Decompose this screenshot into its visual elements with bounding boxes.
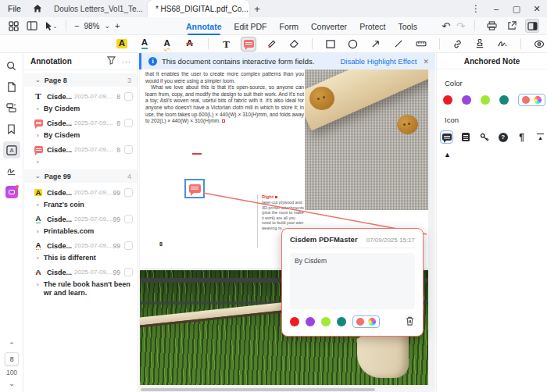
annotation-visibility-checkbox[interactable] bbox=[124, 215, 133, 223]
maximize-button[interactable]: ▢ bbox=[506, 0, 527, 17]
home-icon[interactable] bbox=[29, 2, 46, 15]
previous-page-button[interactable]: ⌃ bbox=[0, 341, 23, 349]
color-swatch-purple[interactable] bbox=[306, 317, 315, 326]
next-page-button[interactable]: ⌄ bbox=[0, 380, 23, 387]
annotation-item[interactable]: A Cisde... 2025-07-09,... 99 bbox=[24, 186, 138, 199]
color-swatch-teal[interactable] bbox=[337, 317, 346, 326]
annotation-item[interactable]: T Cisde... 2025-07-09,... 8 bbox=[24, 90, 138, 103]
new-tab-button[interactable]: + bbox=[249, 3, 265, 15]
current-page-input[interactable]: 8 bbox=[5, 352, 19, 365]
annotation-visibility-checkbox[interactable] bbox=[124, 145, 133, 154]
pencil-tool[interactable] bbox=[263, 37, 279, 52]
tab-protect[interactable]: Protect bbox=[359, 17, 385, 35]
print-icon[interactable] bbox=[484, 19, 499, 33]
tab-hs68-digital[interactable]: * HS68_DIGITAL.pdf_Co... ✕ bbox=[148, 0, 249, 17]
export-icon[interactable] bbox=[505, 19, 519, 33]
expand-reply-icon[interactable]: › bbox=[37, 158, 39, 166]
expand-reply-icon[interactable]: › bbox=[37, 131, 39, 140]
grid-view-icon[interactable] bbox=[6, 19, 20, 33]
annotation-group-header[interactable]: ⌄ Page 99 4 bbox=[24, 169, 138, 183]
document-viewport[interactable]: that it enables the user to create more … bbox=[139, 53, 435, 392]
highlight-tool[interactable]: A bbox=[114, 37, 130, 52]
annotation-item[interactable]: A Cisde... 2025-07-09,... 99 bbox=[24, 239, 138, 252]
strikeout-tool[interactable]: A bbox=[182, 37, 198, 52]
collapse-group-icon[interactable]: ⌄ bbox=[35, 173, 41, 180]
zoom-dropdown-icon[interactable]: ⌄ bbox=[104, 23, 110, 30]
more-menu-icon[interactable]: ⋮ bbox=[466, 0, 486, 17]
signature-panel-icon[interactable] bbox=[3, 162, 20, 180]
disable-highlight-link[interactable]: Disable Highlight Effect bbox=[340, 57, 417, 66]
note-text-area[interactable]: By Cisdem bbox=[290, 253, 415, 309]
annotation-visibility-checkbox[interactable] bbox=[124, 268, 133, 276]
annotation-visibility-checkbox[interactable] bbox=[124, 188, 133, 197]
scrollbar-thumb[interactable] bbox=[141, 388, 375, 391]
ai-assistant-icon[interactable] bbox=[3, 184, 20, 201]
annotation-reply[interactable]: › Franz's coin bbox=[24, 199, 138, 209]
annotation-reply[interactable]: › By Cisdem bbox=[24, 103, 138, 113]
expand-reply-icon[interactable]: › bbox=[37, 201, 39, 209]
thumbnails-icon[interactable] bbox=[3, 78, 20, 95]
horizontal-scrollbar[interactable] bbox=[139, 387, 435, 392]
annotation-visibility-checkbox[interactable] bbox=[124, 92, 133, 101]
underline-tool[interactable]: A bbox=[137, 37, 152, 52]
close-window-button[interactable]: ✕ bbox=[527, 0, 547, 17]
text-tool[interactable]: T bbox=[219, 37, 234, 52]
show-annotations-tool[interactable] bbox=[531, 37, 547, 52]
annotation-item[interactable]: Cisde... 2025-07-09,... 8 bbox=[24, 116, 138, 130]
redo-button[interactable]: ↷ bbox=[456, 20, 465, 32]
icon-option-new-paragraph[interactable]: ▲ bbox=[534, 130, 547, 144]
tab-doulos-letters[interactable]: Doulos Letters_Vol1_Te... bbox=[46, 0, 148, 17]
delete-note-icon[interactable] bbox=[405, 315, 415, 328]
close-notification-icon[interactable]: ✕ bbox=[423, 58, 429, 66]
expand-reply-icon[interactable]: › bbox=[37, 105, 39, 113]
selected-note-annotation[interactable] bbox=[184, 179, 205, 198]
icon-option-key[interactable] bbox=[477, 130, 491, 144]
custom-color-wheel[interactable] bbox=[368, 318, 376, 326]
zoom-in-button[interactable]: + bbox=[115, 22, 120, 30]
annotation-reply[interactable]: › This is different bbox=[24, 252, 138, 262]
line-tool[interactable] bbox=[391, 37, 406, 52]
annotation-visibility-checkbox[interactable] bbox=[124, 241, 133, 250]
link-tool[interactable] bbox=[450, 37, 466, 52]
minimize-button[interactable]: – bbox=[486, 0, 506, 17]
filter-icon[interactable] bbox=[107, 56, 116, 66]
panel-toggle-icon[interactable] bbox=[525, 19, 539, 33]
zoom-level[interactable]: 98% bbox=[84, 22, 99, 30]
file-menu[interactable]: File bbox=[0, 4, 29, 13]
collapse-group-icon[interactable]: ⌄ bbox=[35, 77, 41, 84]
annotation-reply[interactable]: › bbox=[24, 156, 138, 166]
color-swatch-salmon-selected[interactable] bbox=[522, 96, 530, 104]
annotation-group-header[interactable]: ⌄ Page 8 3 bbox=[24, 73, 138, 87]
annotation-item[interactable]: A Cisde... 2025-07-09,... 99 bbox=[24, 265, 138, 279]
signature-tool[interactable] bbox=[495, 37, 510, 52]
color-swatch-salmon-selected[interactable] bbox=[356, 318, 364, 326]
stamp-tool[interactable] bbox=[472, 37, 488, 52]
icon-option-note[interactable] bbox=[459, 130, 472, 144]
color-swatch-lime[interactable] bbox=[321, 317, 331, 326]
tab-form[interactable]: Form bbox=[280, 17, 299, 35]
tab-annotate[interactable]: Annotate bbox=[186, 17, 222, 35]
split-view-icon[interactable] bbox=[25, 19, 39, 33]
icon-option-paragraph[interactable]: ¶ bbox=[515, 130, 528, 144]
red-dash-annotation[interactable] bbox=[192, 153, 202, 155]
rectangle-tool[interactable] bbox=[323, 37, 338, 52]
expand-reply-icon[interactable]: › bbox=[37, 254, 39, 262]
tab-edit-pdf[interactable]: Edit PDF bbox=[234, 17, 267, 35]
color-swatch-purple[interactable] bbox=[462, 95, 471, 105]
custom-color-wheel[interactable] bbox=[534, 96, 542, 104]
icon-option-insert[interactable]: ▲ bbox=[440, 148, 455, 162]
tab-tools[interactable]: Tools bbox=[398, 17, 417, 35]
expand-reply-icon[interactable]: › bbox=[37, 227, 39, 236]
color-swatch-red[interactable] bbox=[443, 95, 452, 105]
search-icon[interactable] bbox=[3, 57, 20, 74]
undo-button[interactable]: ↶ bbox=[442, 20, 450, 32]
zoom-out-button[interactable]: − bbox=[74, 22, 79, 30]
outline-icon[interactable] bbox=[3, 99, 20, 116]
arrow-tool[interactable] bbox=[368, 37, 384, 52]
color-swatch-lime[interactable] bbox=[481, 95, 490, 105]
expand-reply-icon[interactable]: › bbox=[37, 280, 39, 289]
bookmark-icon[interactable] bbox=[3, 120, 20, 137]
annotation-visibility-checkbox[interactable] bbox=[124, 119, 133, 127]
annotation-reply[interactable]: › By Cisdem bbox=[24, 130, 138, 140]
note-popup[interactable]: Cisdem PDFMaster 07/09/2025 15:17 By Cis… bbox=[281, 228, 424, 337]
